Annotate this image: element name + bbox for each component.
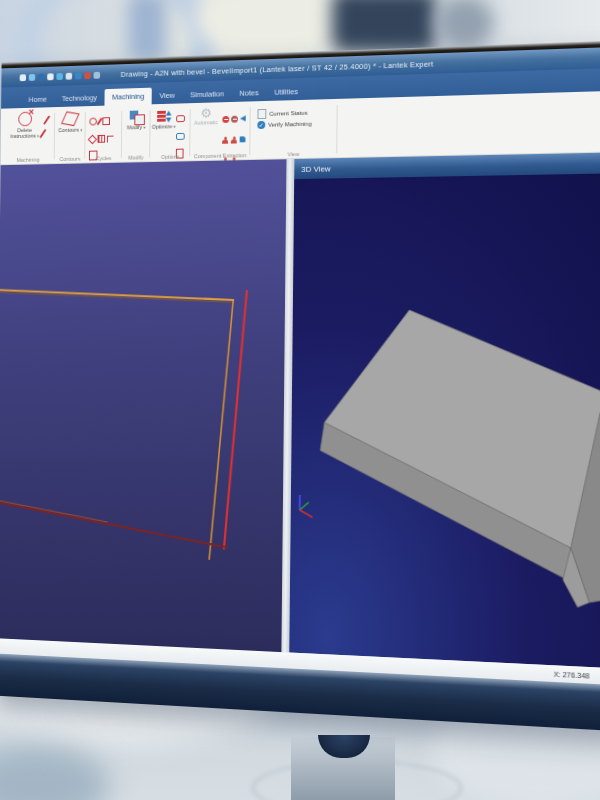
blurred-object [332, 0, 436, 52]
group-separator [336, 105, 338, 153]
corner-cycle-icon[interactable] [107, 136, 114, 143]
ribbon-group-machining: Delete Instructions Machining [2, 109, 54, 164]
blurred-object [128, 0, 166, 62]
gear-icon: ⚙ [192, 106, 221, 120]
group-label: Component Extraction [191, 152, 249, 159]
current-status-button[interactable]: Current Status [257, 108, 311, 119]
tab-view[interactable]: View [152, 87, 183, 105]
drawing-2d-pane[interactable] [0, 159, 286, 652]
tab-home[interactable]: Home [21, 91, 54, 108]
cut-line-icon[interactable] [43, 115, 49, 124]
axis-gizmo [300, 495, 313, 517]
ribbon-group-options: Optimize Options [151, 105, 190, 161]
sheet-3d-model [289, 173, 600, 669]
view-3d-pane: 3D View [289, 152, 600, 669]
tab-simulation[interactable]: Simulation [182, 85, 231, 103]
optimize-icon [157, 110, 171, 123]
verify-check-icon: ✓ [257, 121, 265, 129]
circle-cycle-icon[interactable] [89, 118, 97, 126]
apply-arrow-icon[interactable] [240, 115, 246, 121]
note-bubble-icon[interactable] [176, 115, 185, 122]
modify-button[interactable]: Modify [123, 109, 150, 131]
verify-machining-button[interactable]: ✓ Verify Machining [257, 120, 311, 129]
remove-all-icon[interactable] [231, 116, 238, 123]
group-label: View [251, 150, 336, 158]
component-icon[interactable] [222, 137, 228, 144]
approve-icon[interactable] [240, 136, 246, 142]
tab-notes[interactable]: Notes [232, 84, 267, 102]
status-icon [257, 109, 266, 119]
ribbon-group-view: Current Status ✓ Verify Machining View [251, 101, 337, 159]
square-cycle-icon[interactable] [102, 117, 110, 125]
drawing-2d-geometry [0, 159, 286, 652]
view-3d-viewport[interactable] [289, 173, 600, 669]
tab-utilities[interactable]: Utilities [266, 83, 306, 101]
remove-icon[interactable] [222, 116, 229, 123]
optimize-button[interactable]: Optimize [151, 108, 176, 130]
delete-instructions-icon [18, 112, 32, 127]
automatic-button[interactable]: ⚙ Automatic [191, 106, 220, 126]
group-label: Machining [2, 156, 53, 163]
contours-icon [61, 111, 80, 126]
workspace: 3D View [0, 152, 600, 669]
group-label: Contours [56, 156, 85, 162]
diamond-cycle-icon[interactable] [88, 135, 97, 145]
group-label: Cycles [86, 155, 121, 162]
monitor-screen: Drawing - A2N with bevel - BevelImport1 … [0, 40, 600, 731]
ribbon-group-component-extraction: ⚙ Automatic Component Extraction [191, 103, 250, 160]
component-icon[interactable] [231, 136, 237, 143]
delete-instructions-button[interactable]: Delete Instructions [6, 111, 43, 139]
grid-cycle-icon[interactable] [98, 135, 106, 143]
group-label: Options [151, 153, 189, 160]
tab-machining[interactable]: Machining [104, 88, 151, 106]
ribbon-group-modify: Modify Modify [123, 106, 150, 161]
contours-button[interactable]: Contours [56, 110, 85, 133]
ribbon-group-contours: Contours Contours [56, 108, 85, 163]
group-label: Modify [123, 154, 150, 160]
modify-icon [129, 110, 143, 123]
ribbon-group-cycles: Cycles [86, 107, 121, 162]
view-buttons: Current Status ✓ Verify Machining [257, 106, 312, 131]
cursor-coordinates: X: 276.348 [553, 670, 589, 679]
view-3d-title: 3D View [301, 164, 331, 174]
comment-bubble-icon[interactable] [176, 133, 185, 140]
tab-technology[interactable]: Technology [54, 89, 104, 107]
